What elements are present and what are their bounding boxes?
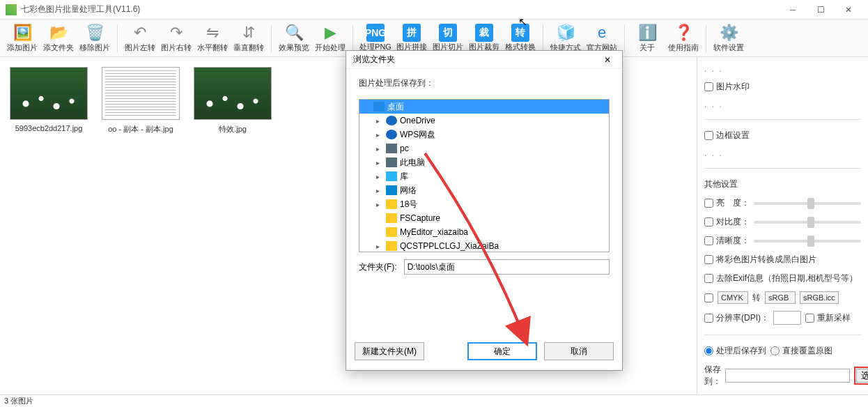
cmyk-checkbox[interactable]	[704, 293, 713, 302]
thumbnail-image	[102, 67, 180, 120]
folder-open-icon: 📂	[49, 23, 68, 43]
start-button[interactable]: ▶开始处理	[313, 21, 347, 56]
srgb-combo[interactable]: sRGB	[765, 291, 796, 304]
folder-tree[interactable]: 桌面 ▸OneDrive ▸WPS网盘 ▸pc ▸此电脑 ▸库 ▸网络 ▸18号…	[359, 99, 610, 252]
contrast-checkbox[interactable]: 对比度：	[704, 216, 750, 228]
flip-v-icon: ⇵	[239, 23, 258, 43]
overwrite-radio[interactable]: 直接覆盖原图	[770, 345, 832, 357]
sharpness-slider[interactable]	[754, 240, 861, 243]
exif-checkbox[interactable]: 去除Exif信息（拍照日期,相机型号等）	[704, 272, 861, 284]
tree-node-pc-user[interactable]: ▸pc	[359, 141, 609, 155]
statusbar: 3 张图片	[0, 394, 868, 407]
save-to-input[interactable]	[725, 369, 850, 383]
tree-node-myeditor[interactable]: MyEditor_xiazaiba	[359, 225, 609, 239]
flip-v-button[interactable]: ⇵垂直翻转	[232, 21, 265, 56]
new-folder-button[interactable]: 新建文件夹(M)	[355, 342, 424, 360]
rotate-left-button[interactable]: ↶图片左转	[123, 21, 157, 56]
thumbnail-caption: oo - 副本 - 副本.jpg	[102, 124, 180, 135]
status-count: 3 张图片	[4, 396, 33, 406]
ellipsis-icon: . . .	[704, 64, 861, 74]
border-checkbox[interactable]: 边框设置	[704, 130, 861, 141]
magnify-icon: 🔍	[284, 23, 304, 43]
shortcut-icon: 🧊	[556, 23, 575, 43]
add-image-button[interactable]: 🖼️添加图片	[6, 21, 39, 56]
slice-icon: 切	[439, 24, 457, 42]
stitch-icon: 拼	[403, 24, 421, 42]
thumbnail-image	[194, 67, 272, 120]
thumbnail-item[interactable]: 5993ecb2dd217.jpg	[10, 67, 88, 132]
library-icon	[386, 171, 397, 181]
tree-node-fscapture[interactable]: FSCapture	[359, 211, 609, 225]
ellipsis-icon: . . .	[704, 148, 861, 158]
preview-button[interactable]: 🔍效果预览	[277, 21, 311, 56]
contrast-slider[interactable]	[754, 221, 861, 224]
convert-icon: 转	[511, 24, 529, 42]
tree-node-onedrive[interactable]: ▸OneDrive	[359, 114, 609, 128]
srgb-icc-combo[interactable]: sRGB.icc	[800, 291, 839, 304]
folder-path-label: 文件夹(F):	[359, 261, 397, 273]
watermark-checkbox[interactable]: 图片水印	[704, 81, 861, 93]
about-button[interactable]: ℹ️关于	[630, 21, 664, 56]
tree-node-wps[interactable]: ▸WPS网盘	[359, 128, 609, 141]
folder-path-input[interactable]	[404, 259, 610, 275]
play-icon: ▶	[320, 23, 340, 43]
cloud-icon	[386, 130, 397, 139]
dialog-close-button[interactable]: ✕	[600, 55, 615, 65]
remove-image-button[interactable]: 🗑️移除图片	[78, 21, 111, 56]
folder-icon	[386, 241, 397, 251]
bw-checkbox[interactable]: 将彩色图片转换成黑白图片	[704, 254, 861, 266]
maximize-button[interactable]: ☐	[807, 0, 835, 20]
save-after-radio[interactable]: 处理后保存到	[704, 345, 766, 357]
brightness-checkbox[interactable]: 亮 度：	[704, 197, 750, 209]
dpi-input[interactable]	[773, 311, 801, 325]
tree-node-18[interactable]: ▸18号	[359, 197, 609, 211]
folder-icon	[386, 227, 397, 237]
rotate-left-icon: ↶	[130, 23, 150, 43]
minimize-button[interactable]: ─	[779, 0, 807, 20]
cancel-button[interactable]: 取消	[544, 342, 614, 360]
tree-node-desktop[interactable]: 桌面	[359, 100, 609, 114]
dpi-checkbox[interactable]: 分辨率(DPI)：	[704, 312, 769, 324]
thumbnail-item[interactable]: 特效.jpg	[194, 67, 272, 135]
close-button[interactable]: ✕	[835, 0, 862, 20]
gear-icon: ⚙️	[719, 23, 738, 43]
other-settings-label: 其他设置	[704, 178, 861, 190]
titlebar: 七彩色图片批量处理工具(V11.6) ─ ☐ ✕	[0, 0, 868, 20]
network-icon	[386, 185, 397, 195]
sharpness-checkbox[interactable]: 清晰度：	[704, 235, 750, 247]
thumbnail-item[interactable]: oo - 副本 - 副本.jpg	[102, 67, 180, 135]
add-image-icon: 🖼️	[13, 23, 32, 43]
flip-h-button[interactable]: ⇋水平翻转	[196, 21, 229, 56]
ie-icon: e	[592, 23, 612, 43]
tree-node-network[interactable]: ▸网络	[359, 183, 609, 197]
desktop-icon	[373, 102, 385, 112]
ok-button[interactable]: 确定	[467, 342, 537, 360]
tree-node-this-pc[interactable]: ▸此电脑	[359, 155, 609, 169]
cmyk-combo[interactable]: CMYK	[718, 291, 748, 304]
thumbnail-image	[10, 67, 88, 120]
settings-button[interactable]: ⚙️软件设置	[712, 21, 745, 56]
brightness-slider[interactable]	[754, 202, 861, 205]
tree-node-library[interactable]: ▸库	[359, 169, 609, 183]
save-to-label: 保存到：	[704, 364, 721, 387]
png-icon: PNG	[366, 24, 385, 42]
user-icon	[386, 144, 397, 153]
help-icon: ❓	[674, 23, 693, 43]
pc-icon	[386, 158, 397, 167]
resample-checkbox[interactable]: 重新采样	[805, 312, 851, 324]
add-folder-button[interactable]: 📂添文件夹	[42, 21, 75, 56]
folder-icon	[386, 213, 397, 223]
guide-button[interactable]: ❓使用指南	[667, 21, 700, 56]
thumbnail-caption: 特效.jpg	[194, 124, 272, 135]
browse-folder-dialog: 浏览文件夹 ✕ 图片处理后保存到： 桌面 ▸OneDrive ▸WPS网盘 ▸p…	[346, 50, 623, 371]
crop-icon: 裁	[475, 24, 493, 42]
rotate-right-icon: ↷	[166, 23, 186, 43]
thumbnail-caption: 5993ecb2dd217.jpg	[10, 124, 88, 132]
cloud-icon	[386, 116, 397, 125]
rotate-right-button[interactable]: ↷图片右转	[160, 21, 193, 56]
info-icon: ℹ️	[637, 23, 657, 43]
tree-node-qcst[interactable]: ▸QCSTPPLCLGJ_XiaZaiBa	[359, 239, 609, 252]
select-folder-button[interactable]: 选择	[856, 369, 868, 383]
remove-icon: 🗑️	[85, 23, 104, 43]
right-panel: . . . 图片水印 . . . 边框设置 . . . 其他设置 亮 度： 对比…	[697, 57, 868, 394]
